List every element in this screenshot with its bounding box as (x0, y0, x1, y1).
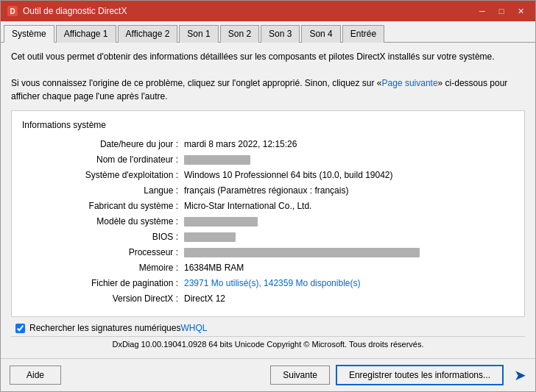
label-fabricant: Fabricant du système : (22, 199, 184, 213)
label-date: Date/heure du jour : (22, 138, 184, 151)
info-row-nom: Nom de l'ordinateur : (22, 153, 514, 166)
label-processeur: Processeur : (22, 246, 184, 259)
window-controls: ─ □ ✕ (473, 4, 529, 18)
app-icon: D (7, 5, 18, 17)
bottom-bar: Aide Suivante Enregistrer toutes les inf… (1, 358, 535, 391)
info-row-fabricant: Fabricant du système : Micro-Star Intern… (22, 199, 514, 213)
label-langue: Langue : (22, 184, 184, 197)
minimize-button[interactable]: ─ (473, 4, 491, 18)
page-suivante-link[interactable]: Page suivante (382, 78, 438, 88)
whql-link[interactable]: WHQL (180, 323, 207, 333)
info-box: Informations système Date/heure du jour … (11, 110, 525, 317)
content-area: Cet outil vous permet d'obtenir des info… (1, 43, 535, 358)
right-buttons: Suivante Enregistrer toutes les informat… (270, 365, 526, 385)
info-row-date: Date/heure du jour : mardi 8 mars 2022, … (22, 138, 514, 151)
tab-son3[interactable]: Son 3 (261, 25, 300, 43)
description-text: Cet outil vous permet d'obtenir des info… (11, 50, 525, 103)
save-button[interactable]: Enregistrer toutes les informations... (336, 365, 504, 385)
label-os: Système d'exploitation : (22, 168, 184, 182)
tab-affichage2[interactable]: Affichage 2 (118, 25, 178, 43)
label-directx: Version DirectX : (22, 292, 184, 305)
whql-checkbox-row: Rechercher les signatures numériques WHQ… (15, 323, 525, 333)
value-pagination: 23971 Mo utilisé(s), 142359 Mo disponibl… (184, 277, 514, 290)
tab-son2[interactable]: Son 2 (220, 25, 259, 43)
info-box-title: Informations système (22, 120, 514, 130)
tab-entree[interactable]: Entrée (342, 25, 384, 43)
tab-son1[interactable]: Son 1 (179, 25, 218, 43)
value-modele (184, 215, 514, 228)
label-modele: Modèle du système : (22, 215, 184, 228)
tab-affichage1[interactable]: Affichage 1 (56, 25, 116, 43)
label-nom: Nom de l'ordinateur : (22, 153, 184, 166)
whql-label: Rechercher les signatures numériques (29, 323, 180, 333)
info-row-pagination: Fichier de pagination : 23971 Mo utilisé… (22, 277, 514, 290)
title-bar: D Outil de diagnostic DirectX ─ □ ✕ (1, 1, 535, 21)
info-row-bios: BIOS : (22, 230, 514, 243)
tab-systeme[interactable]: Système (4, 25, 54, 43)
svg-text:D: D (10, 7, 15, 15)
value-memoire: 16384MB RAM (184, 261, 514, 274)
next-button[interactable]: Suivante (270, 366, 330, 385)
info-row-os: Système d'exploitation : Windows 10 Prof… (22, 168, 514, 182)
maximize-button[interactable]: □ (493, 4, 510, 18)
value-nom (184, 153, 514, 166)
info-row-directx: Version DirectX : DirectX 12 (22, 292, 514, 305)
label-memoire: Mémoire : (22, 261, 184, 274)
description-line2-part1: Si vous connaissez l'origine de ce probl… (11, 78, 382, 88)
help-button[interactable]: Aide (10, 366, 61, 385)
window-title: Outil de diagnostic DirectX (23, 6, 473, 16)
whql-checkbox[interactable] (15, 324, 25, 333)
info-row-modele: Modèle du système : (22, 215, 514, 228)
value-fabricant: Micro-Star International Co., Ltd. (184, 199, 514, 213)
info-row-processeur: Processeur : (22, 246, 514, 259)
value-directx: DirectX 12 (184, 292, 514, 305)
label-pagination: Fichier de pagination : (22, 277, 184, 290)
tab-bar: Système Affichage 1 Affichage 2 Son 1 So… (1, 21, 535, 43)
tab-son4[interactable]: Son 4 (301, 25, 340, 43)
value-processeur (184, 246, 514, 259)
info-row-memoire: Mémoire : 16384MB RAM (22, 261, 514, 274)
close-button[interactable]: ✕ (512, 4, 529, 18)
value-date: mardi 8 mars 2022, 12:15:26 (184, 138, 514, 151)
info-row-langue: Langue : français (Paramètres régionaux … (22, 184, 514, 197)
value-langue: français (Paramètres régionaux : françai… (184, 184, 514, 197)
label-bios: BIOS : (22, 230, 184, 243)
copyright-text: DxDiag 10.00.19041.0928 64 bits Unicode … (11, 336, 525, 352)
value-bios (184, 230, 514, 243)
arrow-icon: ➤ (514, 366, 526, 384)
value-os: Windows 10 Professionnel 64 bits (10.0, … (184, 168, 514, 182)
main-window: D Outil de diagnostic DirectX ─ □ ✕ Syst… (0, 0, 536, 392)
